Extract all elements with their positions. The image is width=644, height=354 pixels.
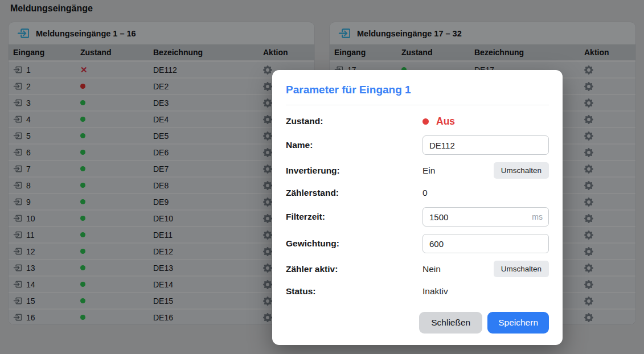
field-label: Invertierung: <box>286 166 423 176</box>
field-row-zustand: Zustand: Aus <box>286 114 549 128</box>
gewichtung-input[interactable] <box>423 234 549 253</box>
parameter-dialog: Parameter für Eingang 1 Zustand: Aus Nam… <box>272 70 563 345</box>
filterzeit-input[interactable] <box>423 207 549 227</box>
field-label: Zählerstand: <box>286 188 423 198</box>
field-row-invertierung: Invertierung: Ein Umschalten <box>286 162 549 179</box>
zaehlerstand-value: 0 <box>423 188 428 198</box>
state-off-dot <box>423 118 429 125</box>
close-button[interactable]: Schließen <box>419 312 482 334</box>
name-input[interactable] <box>423 135 549 155</box>
zaehler-aktiv-toggle-button[interactable]: Umschalten <box>494 261 549 277</box>
dialog-title: Parameter für Eingang 1 <box>286 84 549 96</box>
dialog-footer: Schließen Speichern <box>286 312 549 334</box>
field-label: Gewichtung: <box>286 238 423 249</box>
field-row-name: Name: <box>286 135 549 155</box>
save-button[interactable]: Speichern <box>487 312 549 334</box>
field-row-gewichtung: Gewichtung: <box>286 234 549 253</box>
field-label: Zustand: <box>286 116 423 126</box>
invertierung-toggle-button[interactable]: Umschalten <box>494 162 549 179</box>
divider <box>286 105 549 105</box>
field-label: Zähler aktiv: <box>286 264 423 274</box>
field-row-zaehler-aktiv: Zähler aktiv: Nein Umschalten <box>286 261 549 277</box>
unit-label-ms: ms <box>532 212 543 221</box>
field-row-status: Status: Inaktiv <box>286 285 549 298</box>
zustand-state-text: Aus <box>436 116 455 127</box>
field-label: Status: <box>286 286 423 297</box>
zustand-value: Aus <box>423 116 549 127</box>
field-row-zaehlerstand: Zählerstand: 0 <box>286 186 549 200</box>
field-row-filterzeit: Filterzeit: ms <box>286 207 549 227</box>
zaehler-aktiv-value: Nein <box>423 264 441 274</box>
dialog-fields: Zustand: Aus Name: Invertierung: Ein Ums… <box>286 114 549 298</box>
field-label: Filterzeit: <box>286 212 423 222</box>
field-label: Name: <box>286 140 423 150</box>
status-value: Inaktiv <box>423 286 448 297</box>
invertierung-value: Ein <box>423 166 435 176</box>
